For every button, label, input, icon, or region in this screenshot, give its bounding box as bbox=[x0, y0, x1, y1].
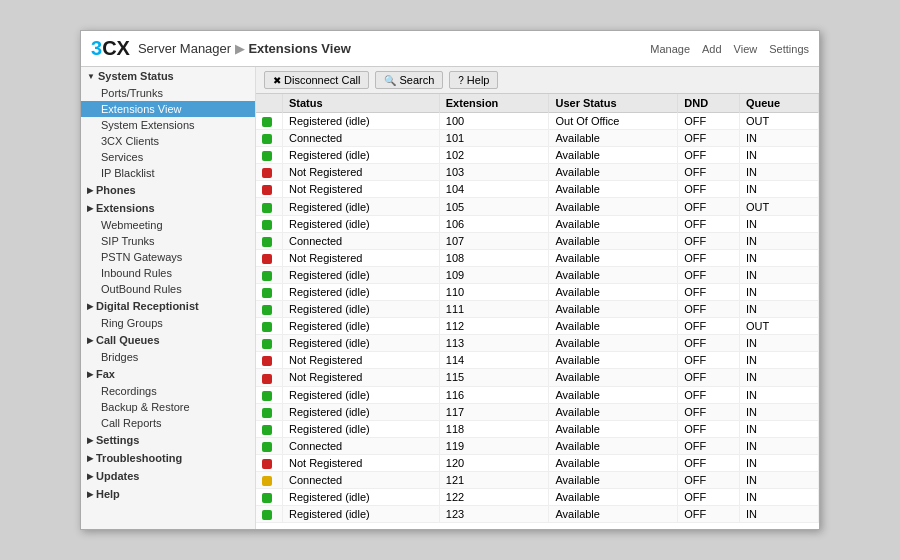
row-extension: 120 bbox=[439, 454, 549, 471]
row-user-status: Available bbox=[549, 164, 678, 181]
sidebar-item-outbound-rules[interactable]: OutBound Rules bbox=[81, 281, 255, 297]
row-indicator bbox=[256, 198, 283, 215]
table-row[interactable]: Registered (idle) 112 Available OFF OUT bbox=[256, 318, 819, 335]
table-row[interactable]: Connected 121 Available OFF IN bbox=[256, 471, 819, 488]
row-user-status: Available bbox=[549, 249, 678, 266]
search-button[interactable]: 🔍 Search bbox=[375, 71, 443, 89]
sidebar-label: Webmeeting bbox=[101, 219, 163, 231]
sidebar-item-pstn-gateways[interactable]: PSTN Gateways bbox=[81, 249, 255, 265]
table-row[interactable]: Registered (idle) 105 Available OFF OUT bbox=[256, 198, 819, 215]
table-row[interactable]: Registered (idle) 122 Available OFF IN bbox=[256, 489, 819, 506]
sidebar-item-backup-restore[interactable]: Backup & Restore bbox=[81, 399, 255, 415]
table-row[interactable]: Not Registered 114 Available OFF IN bbox=[256, 352, 819, 369]
row-extension: 110 bbox=[439, 283, 549, 300]
col-user-status[interactable]: User Status bbox=[549, 94, 678, 113]
row-queue: IN bbox=[739, 454, 818, 471]
table-row[interactable]: Not Registered 120 Available OFF IN bbox=[256, 454, 819, 471]
manage-nav[interactable]: Manage bbox=[650, 43, 690, 55]
table-row[interactable]: Registered (idle) 117 Available OFF IN bbox=[256, 403, 819, 420]
row-indicator bbox=[256, 181, 283, 198]
table-row[interactable]: Registered (idle) 116 Available OFF IN bbox=[256, 386, 819, 403]
sidebar-label: 3CX Clients bbox=[101, 135, 159, 147]
table-row[interactable]: Registered (idle) 111 Available OFF IN bbox=[256, 301, 819, 318]
table-row[interactable]: Not Registered 104 Available OFF IN bbox=[256, 181, 819, 198]
table-row[interactable]: Registered (idle) 106 Available OFF IN bbox=[256, 215, 819, 232]
help-button[interactable]: ? Help bbox=[449, 71, 498, 89]
sidebar-label: Settings bbox=[96, 434, 139, 446]
arrow-separator: ▶ bbox=[235, 41, 249, 56]
row-indicator bbox=[256, 437, 283, 454]
table-row[interactable]: Not Registered 108 Available OFF IN bbox=[256, 249, 819, 266]
disconnect-call-button[interactable]: ✖ Disconnect Call bbox=[264, 71, 369, 89]
table-row[interactable]: Connected 119 Available OFF IN bbox=[256, 437, 819, 454]
sidebar-label: Bridges bbox=[101, 351, 138, 363]
table-row[interactable]: Registered (idle) 100 Out Of Office OFF … bbox=[256, 113, 819, 130]
sidebar-item-inbound-rules[interactable]: Inbound Rules bbox=[81, 265, 255, 281]
view-nav[interactable]: View bbox=[734, 43, 758, 55]
sidebar-item-digital-receptionist[interactable]: ▶ Digital Receptionist bbox=[81, 297, 255, 315]
row-status: Connected bbox=[283, 232, 440, 249]
row-indicator bbox=[256, 266, 283, 283]
col-dnd[interactable]: DND bbox=[678, 94, 740, 113]
status-dot bbox=[262, 408, 272, 418]
sidebar-item-webmeeting[interactable]: Webmeeting bbox=[81, 217, 255, 233]
sidebar-item-ports-trunks[interactable]: Ports/Trunks bbox=[81, 85, 255, 101]
sidebar-item-recordings[interactable]: Recordings bbox=[81, 383, 255, 399]
extensions-table-container: Status Extension User Status DND Queue R… bbox=[256, 94, 819, 529]
row-dnd: OFF bbox=[678, 318, 740, 335]
row-status: Not Registered bbox=[283, 164, 440, 181]
add-nav[interactable]: Add bbox=[702, 43, 722, 55]
status-dot bbox=[262, 356, 272, 366]
row-user-status: Available bbox=[549, 147, 678, 164]
row-dnd: OFF bbox=[678, 454, 740, 471]
col-extension[interactable]: Extension bbox=[439, 94, 549, 113]
row-queue: IN bbox=[739, 301, 818, 318]
row-queue: OUT bbox=[739, 318, 818, 335]
sidebar-item-extensions-view[interactable]: Extensions View bbox=[81, 101, 255, 117]
sidebar-item-services[interactable]: Services bbox=[81, 149, 255, 165]
row-extension: 103 bbox=[439, 164, 549, 181]
table-row[interactable]: Connected 101 Available OFF IN bbox=[256, 130, 819, 147]
sidebar-item-system-status[interactable]: ▼ System Status bbox=[81, 67, 255, 85]
sidebar-item-ip-blacklist[interactable]: IP Blacklist bbox=[81, 165, 255, 181]
table-row[interactable]: Registered (idle) 110 Available OFF IN bbox=[256, 283, 819, 300]
sidebar-item-help[interactable]: ▶ Help bbox=[81, 485, 255, 503]
sidebar-item-3cx-clients[interactable]: 3CX Clients bbox=[81, 133, 255, 149]
sidebar-item-extensions[interactable]: ▶ Extensions bbox=[81, 199, 255, 217]
sidebar-item-troubleshooting[interactable]: ▶ Troubleshooting bbox=[81, 449, 255, 467]
table-row[interactable]: Not Registered 103 Available OFF IN bbox=[256, 164, 819, 181]
table-row[interactable]: Registered (idle) 113 Available OFF IN bbox=[256, 335, 819, 352]
sidebar-item-bridges[interactable]: Bridges bbox=[81, 349, 255, 365]
table-row[interactable]: Connected 107 Available OFF IN bbox=[256, 232, 819, 249]
sidebar-label: IP Blacklist bbox=[101, 167, 155, 179]
row-dnd: OFF bbox=[678, 420, 740, 437]
row-status: Registered (idle) bbox=[283, 506, 440, 523]
sidebar-label: SIP Trunks bbox=[101, 235, 155, 247]
col-status[interactable]: Status bbox=[283, 94, 440, 113]
sidebar-label: Call Queues bbox=[96, 334, 160, 346]
col-queue[interactable]: Queue bbox=[739, 94, 818, 113]
table-row[interactable]: Registered (idle) 102 Available OFF IN bbox=[256, 147, 819, 164]
row-user-status: Available bbox=[549, 454, 678, 471]
sidebar-item-fax[interactable]: ▶ Fax bbox=[81, 365, 255, 383]
sidebar-item-settings[interactable]: ▶ Settings bbox=[81, 431, 255, 449]
table-row[interactable]: Registered (idle) 118 Available OFF IN bbox=[256, 420, 819, 437]
status-dot bbox=[262, 305, 272, 315]
sidebar-item-phones[interactable]: ▶ Phones bbox=[81, 181, 255, 199]
sidebar-item-updates[interactable]: ▶ Updates bbox=[81, 467, 255, 485]
sidebar-item-ring-groups[interactable]: Ring Groups bbox=[81, 315, 255, 331]
settings-nav[interactable]: Settings bbox=[769, 43, 809, 55]
sidebar-item-call-queues[interactable]: ▶ Call Queues bbox=[81, 331, 255, 349]
row-queue: IN bbox=[739, 130, 818, 147]
table-row[interactable]: Not Registered 115 Available OFF IN bbox=[256, 369, 819, 386]
table-row[interactable]: Registered (idle) 123 Available OFF IN bbox=[256, 506, 819, 523]
table-row[interactable]: Registered (idle) 109 Available OFF IN bbox=[256, 266, 819, 283]
row-status: Not Registered bbox=[283, 352, 440, 369]
row-queue: IN bbox=[739, 147, 818, 164]
row-indicator bbox=[256, 506, 283, 523]
sidebar-item-call-reports[interactable]: Call Reports bbox=[81, 415, 255, 431]
sidebar-item-sip-trunks[interactable]: SIP Trunks bbox=[81, 233, 255, 249]
row-user-status: Available bbox=[549, 232, 678, 249]
sidebar-label: Extensions bbox=[96, 202, 155, 214]
sidebar-item-system-extensions[interactable]: System Extensions bbox=[81, 117, 255, 133]
